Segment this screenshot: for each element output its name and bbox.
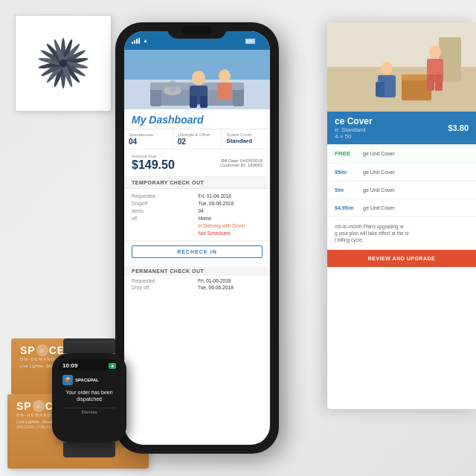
- tablet-panel: ce Cover n: Standard 4 × 50 $3.80 FREE g…: [327, 22, 476, 409]
- space-cover-label: Space Cover: [226, 132, 266, 137]
- lifestyle-label: Lifestyle & Other: [178, 132, 217, 137]
- svg-point-9: [60, 60, 68, 68]
- watch-app-icon: 📦: [62, 375, 73, 385]
- tablet-price: $3.80: [448, 123, 469, 132]
- couple-illustration: [124, 50, 270, 109]
- watch-app-header: 📦 SPACEPAL: [62, 375, 116, 385]
- ck-status1: [132, 223, 196, 228]
- pv-requested: Fri, 01-06-2018: [198, 278, 263, 283]
- plan-row-2: 5/m ge Unit Cover: [327, 181, 476, 199]
- metric-spaceboxes: Spaceboxes 04: [124, 129, 173, 149]
- cv-items: 04: [199, 208, 263, 213]
- watch-screen: 10:09 ● 📦 SPACEPAL Your order has been d…: [58, 359, 120, 437]
- metrics-row: Spaceboxes 04 Lifestyle & Other 02 Space…: [124, 129, 270, 149]
- smartphone: ▲ ▓▓▓: [115, 22, 279, 454]
- upgrade-button[interactable]: REVIEW AND UPGRADE: [327, 250, 476, 267]
- dashboard-title-main: Dashboard: [149, 114, 203, 126]
- watch-status-bar: 10:09 ●: [58, 359, 120, 370]
- tablet-info-text: nth-to-month Plans upgrading or g your p…: [327, 217, 476, 250]
- dashboard-title: My Dashboard: [132, 114, 263, 126]
- svg-rect-20: [427, 74, 434, 91]
- perm-checkout-header: PERMANENT CHECK OUT: [124, 266, 270, 276]
- ck-off: off: [132, 216, 196, 221]
- watch-strap-bottom: [63, 443, 115, 457]
- plan-badge-2: 5/m: [335, 187, 357, 193]
- space-cover-value: Standard: [226, 138, 266, 144]
- plan-name-free: ge Unit Cover: [363, 151, 469, 156]
- customer-id: Customer ID: 183092: [220, 163, 263, 167]
- apple-watch: 10:09 ● 📦 SPACEPAL Your order has been d…: [41, 338, 138, 454]
- dashboard-header: My Dashboard: [124, 109, 270, 129]
- perm-checkout-grid: Requested Fri, 01-06-2018 Drop off Tue, …: [132, 278, 263, 290]
- checkout-grid: Requested Fri, 01-06-2018 Dropoff Tue, 0…: [124, 189, 270, 241]
- plan-badge-3: $4.95/m: [335, 205, 357, 210]
- metric-lifestyle: Lifestyle & Other 02: [173, 129, 222, 149]
- ck-requested: Requested: [132, 193, 196, 199]
- svg-rect-21: [435, 74, 443, 91]
- watch-app-name: SPACEPAL: [75, 378, 99, 382]
- wall-art: [15, 15, 112, 112]
- tablet-title: ce Cover: [335, 116, 373, 126]
- pk-dropoff: Drop off: [132, 285, 196, 290]
- watch-battery-indicator: ●: [109, 363, 116, 369]
- cv-dropoff: Tue, 06-06-2018: [199, 201, 263, 206]
- watch-body: 10:09 ● 📦 SPACEPAL Your order has been d…: [52, 353, 126, 443]
- plan-row-free: FREE ge Unit Cover: [327, 144, 476, 164]
- phone-hero-image: [124, 50, 270, 109]
- tablet-subtitle2: 4 × 50: [335, 133, 373, 140]
- wifi-icon: ▲: [143, 38, 148, 43]
- spaceboxes-label: Spaceboxes: [129, 132, 168, 137]
- lifestyle-value: 02: [178, 138, 217, 146]
- starburst-icon: [30, 30, 97, 97]
- plan-badge-free: FREE: [335, 150, 357, 157]
- plan-badge-1: 95/m: [335, 170, 357, 175]
- tablet-hero-image: [327, 22, 476, 112]
- ck-items: Items: [132, 208, 196, 213]
- pk-requested: Requested: [132, 278, 196, 283]
- moving-people-illustration: [327, 22, 476, 112]
- plan-name-3: ge Unit Cover: [363, 205, 469, 210]
- svg-point-15: [381, 62, 393, 75]
- amount-details: Bill Date: 04/05/2018 Customer ID: 18309…: [220, 158, 263, 167]
- svg-rect-17: [376, 82, 385, 97]
- phone-notch: [167, 22, 227, 39]
- permanent-checkout-section: PERMANENT CHECK OUT Requested Fri, 01-06…: [124, 263, 270, 293]
- svg-rect-33: [217, 83, 232, 99]
- battery-icon: ▓▓▓: [245, 39, 255, 43]
- svg-point-28: [192, 71, 205, 86]
- cv-delivery-status: In Delivery with Driver: [199, 223, 263, 228]
- watch-time: 10:09: [62, 362, 77, 369]
- plan-name-1: ge Unit Cover: [363, 170, 469, 175]
- cv-schedule-status: Not Scheduled: [199, 231, 263, 236]
- svg-point-35: [168, 80, 177, 92]
- amount-value: $149.50: [132, 158, 175, 172]
- phone-notch-inner: [182, 26, 212, 35]
- cv-off: Home: [199, 216, 263, 221]
- ck-dropoff: Dropoff: [132, 201, 196, 206]
- plan-name-2: ge Unit Cover: [363, 187, 469, 193]
- svg-point-18: [429, 45, 441, 59]
- recheck-button[interactable]: RECHECK IN: [132, 245, 263, 258]
- ck-status2: [132, 231, 196, 236]
- plan-row-1: 95/m ge Unit Cover: [327, 164, 476, 181]
- signal-icon: [132, 38, 140, 44]
- watch-message: Your order has been dispatched: [62, 387, 116, 404]
- watch-dismiss-button[interactable]: Dismiss: [62, 408, 116, 416]
- cv-requested: Fri, 01-06-2018: [199, 193, 263, 199]
- watch-strap-top: [63, 338, 115, 353]
- dashboard-title-my: My: [132, 114, 146, 126]
- svg-rect-30: [190, 96, 197, 108]
- spaceboxes-value: 04: [129, 138, 168, 146]
- tablet-subtitle: n: Standard: [335, 126, 373, 133]
- main-scene: SP☺CEPAL ON-DEMAND STORAGE Live Lighter.…: [0, 0, 476, 476]
- watch-notification: 📦 SPACEPAL Your order has been dispatche…: [58, 370, 120, 437]
- metric-space-cover: Space Cover Standard: [222, 129, 270, 149]
- plan-row-3: $4.95/m ge Unit Cover: [327, 199, 476, 217]
- phone-screen: ▲ ▓▓▓: [124, 31, 270, 445]
- temp-checkout-header: TEMPORARY CHECK OUT: [124, 177, 270, 189]
- svg-rect-31: [200, 96, 208, 108]
- pv-dropoff: Tue, 06-06-2018: [198, 285, 263, 290]
- tablet-plans-list: FREE ge Unit Cover 95/m ge Unit Cover 5/…: [327, 144, 476, 217]
- watch-app-symbol: 📦: [65, 377, 71, 383]
- svg-point-32: [219, 69, 231, 83]
